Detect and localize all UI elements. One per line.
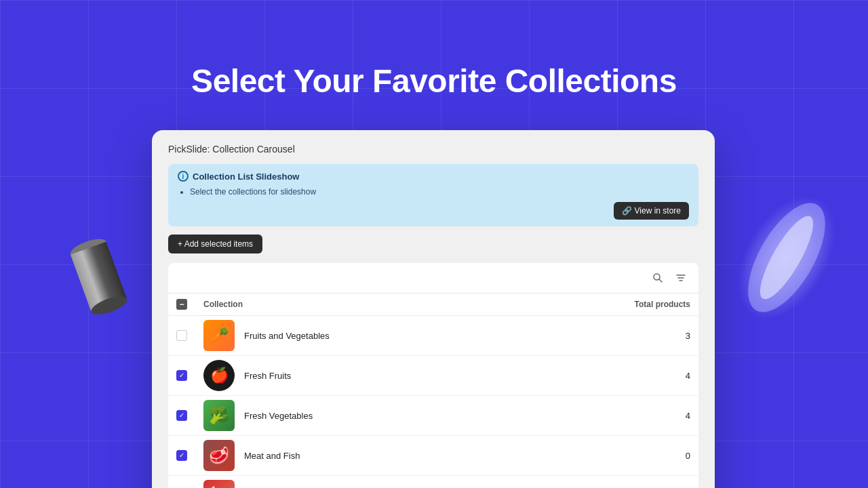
row-image-meat-fish: 🥩 xyxy=(203,440,235,471)
table-header: − Collection Total products xyxy=(168,293,698,316)
row-checkbox-fruits-veg[interactable] xyxy=(176,330,187,341)
table-row: 🥕 Fruits and Vegetables 3 xyxy=(168,316,698,356)
table-row: ✓ 🍎 Fresh Fruits 4 xyxy=(168,356,698,396)
table-row: ✓ 🍖 Meat 2 xyxy=(168,476,698,488)
row-checkbox-fresh-veg[interactable]: ✓ xyxy=(176,410,187,421)
view-store-icon: 🔗 xyxy=(622,206,632,216)
page-title: Select Your Favorite Collections xyxy=(0,62,868,100)
filter-icon[interactable] xyxy=(671,268,690,287)
row-image-meat: 🍖 xyxy=(203,480,235,488)
column-total-products: Total products xyxy=(635,300,690,309)
row-image-fresh-fruits: 🍎 xyxy=(203,360,235,391)
column-collection: Collection xyxy=(203,300,635,309)
row-count-fruits-veg: 3 xyxy=(670,331,690,341)
search-icon[interactable] xyxy=(648,268,667,287)
row-checkbox-meat-fish[interactable]: ✓ xyxy=(176,450,187,461)
info-banner-list: Select the collections for slideshow xyxy=(178,187,689,197)
card-title: PickSlide: Collection Carousel xyxy=(168,144,698,155)
info-icon: i xyxy=(178,171,189,182)
row-image-fresh-veg: 🥦 xyxy=(203,400,235,431)
row-name-fresh-veg: Fresh Vegetables xyxy=(244,411,670,421)
banner-actions: 🔗 View in store xyxy=(178,202,689,220)
row-count-meat-fish: 0 xyxy=(670,451,690,461)
row-count-fresh-veg: 4 xyxy=(670,411,690,421)
info-banner-item: Select the collections for slideshow xyxy=(190,187,689,197)
info-banner-header: i Collection List Slideshow xyxy=(178,171,689,182)
row-checkbox-fresh-fruits[interactable]: ✓ xyxy=(176,370,187,381)
row-count-fresh-fruits: 4 xyxy=(670,371,690,381)
svg-line-6 xyxy=(659,279,662,282)
info-banner: i Collection List Slideshow Select the c… xyxy=(168,164,698,226)
table-row: ✓ 🥩 Meat and Fish 0 xyxy=(168,436,698,476)
view-store-button[interactable]: 🔗 View in store xyxy=(614,202,689,220)
row-name-fruits-veg: Fruits and Vegetables xyxy=(244,331,670,341)
add-selected-items-button[interactable]: + Add selected items xyxy=(168,235,262,253)
collections-table: − Collection Total products 🥕 Fruits and… xyxy=(168,263,698,488)
row-name-meat-fish: Meat and Fish xyxy=(244,451,670,461)
table-toolbar xyxy=(168,263,698,293)
info-banner-title: Collection List Slideshow xyxy=(193,171,299,182)
main-card: PickSlide: Collection Carousel i Collect… xyxy=(152,130,715,488)
row-image-fruits-veg: 🥕 xyxy=(203,320,235,351)
table-row: ✓ 🥦 Fresh Vegetables 4 xyxy=(168,396,698,436)
select-all-checkbox[interactable]: − xyxy=(176,299,203,310)
row-name-fresh-fruits: Fresh Fruits xyxy=(244,371,670,381)
